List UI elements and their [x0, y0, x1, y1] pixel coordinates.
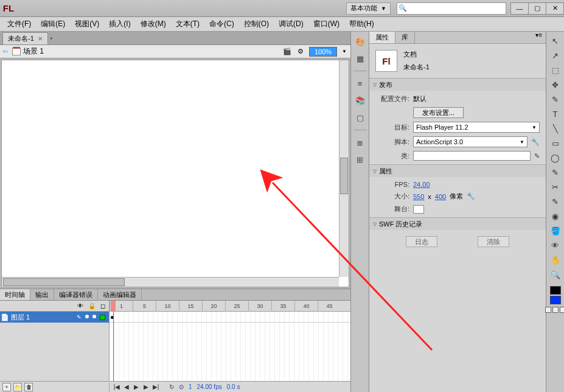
next-frame-button[interactable]: ▶	[142, 383, 150, 390]
tab-motion-editor[interactable]: 动画编辑器	[98, 289, 142, 300]
fill-color-swatch[interactable]	[550, 296, 561, 304]
vertical-scrollbar[interactable]	[339, 60, 349, 277]
tab-library[interactable]: 库	[395, 32, 415, 43]
loop-icon[interactable]: ↻	[169, 383, 174, 390]
menu-window[interactable]: 窗口(W)	[308, 18, 344, 30]
eye-icon[interactable]: 👁	[77, 303, 83, 309]
menu-insert[interactable]: 插入(I)	[104, 18, 135, 30]
hand-tool-icon[interactable]: ✋	[548, 253, 563, 267]
wrench-icon[interactable]: 🔧	[531, 138, 540, 146]
swf-log-button[interactable]: 日志	[406, 236, 437, 247]
publish-settings-button[interactable]: 发布设置...	[413, 107, 464, 118]
back-arrow-icon[interactable]: ⇦	[2, 47, 12, 55]
new-folder-button[interactable]: 📁	[13, 383, 22, 391]
workspace-switcher[interactable]: 基本功能 ▼	[346, 2, 391, 15]
stage-canvas[interactable]	[1, 60, 349, 287]
layer-lock-dot[interactable]	[92, 315, 96, 318]
horizontal-scrollbar[interactable]	[2, 277, 339, 287]
play-button[interactable]: ▶	[133, 383, 140, 390]
zoom-field[interactable]: 100%	[309, 47, 337, 57]
bone-tool-icon[interactable]: ◉	[548, 209, 563, 223]
search-input[interactable]	[408, 5, 506, 12]
tab-timeline[interactable]: 时间轴	[0, 289, 30, 300]
zoom-dropdown-icon[interactable]: ▼	[341, 49, 348, 54]
section-swf-header[interactable]: ▽ SWF 历史记录	[369, 218, 546, 230]
first-frame-button[interactable]: |◀	[113, 383, 120, 390]
minimize-button[interactable]: —	[510, 2, 529, 15]
eyedropper-tool-icon[interactable]: 👁	[548, 239, 563, 252]
library-panel-icon[interactable]: 📚	[354, 94, 366, 107]
free-transform-tool-icon[interactable]: ⬚	[548, 63, 563, 77]
delete-layer-button[interactable]: 🗑	[24, 383, 33, 391]
class-input[interactable]	[413, 151, 531, 161]
components-panel-icon[interactable]: ≣	[354, 136, 366, 149]
maximize-button[interactable]: ▢	[528, 2, 546, 15]
align-panel-icon[interactable]: ▦	[354, 52, 366, 65]
edit-symbol-icon[interactable]: ⚙	[296, 47, 305, 57]
lock-icon[interactable]: 🔒	[88, 303, 96, 309]
layer-visibility-dot[interactable]	[85, 315, 89, 318]
keyframe[interactable]	[111, 313, 114, 321]
text-tool-icon[interactable]: T	[548, 107, 563, 121]
wrench-icon[interactable]: 🔧	[467, 192, 475, 200]
menu-help[interactable]: 帮助(H)	[344, 18, 379, 30]
menu-command[interactable]: 命令(C)	[204, 18, 239, 30]
selection-tool-icon[interactable]: ↖	[548, 34, 563, 47]
new-layer-button[interactable]: +	[2, 383, 11, 391]
line-tool-icon[interactable]: ╲	[548, 122, 563, 135]
frame-rate[interactable]: 24.00 fps	[197, 383, 222, 390]
width-value[interactable]: 550	[413, 193, 424, 200]
pen-tool-icon[interactable]: ✎	[548, 93, 563, 106]
playhead[interactable]	[111, 301, 116, 311]
menu-text[interactable]: 文本(T)	[171, 18, 204, 30]
close-button[interactable]: ✕	[546, 2, 564, 15]
tab-output[interactable]: 输出	[30, 289, 54, 300]
fps-value[interactable]: 24.00	[413, 181, 430, 188]
info-panel-icon[interactable]: ≡	[354, 77, 366, 89]
paint-bucket-tool-icon[interactable]: 🪣	[548, 224, 563, 237]
pencil-tool-icon[interactable]: ✎	[548, 166, 563, 179]
help-search[interactable]: 🔍	[397, 2, 506, 15]
menu-file[interactable]: 文件(F)	[2, 18, 36, 30]
close-icon[interactable]: ✕	[38, 35, 43, 42]
doc-tab-active[interactable]: 未命名-1 ✕	[2, 32, 48, 44]
lasso-tool-icon[interactable]: ✥	[548, 78, 563, 91]
menu-edit[interactable]: 编辑(E)	[36, 18, 70, 30]
transform-panel-icon[interactable]: ▢	[354, 111, 366, 124]
menu-control[interactable]: 控制(O)	[239, 18, 274, 30]
target-combo[interactable]: Flash Player 11.2 ▼	[413, 122, 540, 133]
oval-tool-icon[interactable]: ◯	[548, 151, 563, 164]
swf-clear-button[interactable]: 清除	[478, 236, 509, 247]
section-publish-header[interactable]: ▽ 发布	[369, 79, 546, 91]
menu-modify[interactable]: 修改(M)	[136, 18, 171, 30]
frame-row[interactable]	[110, 312, 350, 323]
zoom-tool-icon[interactable]: 🔍	[548, 268, 563, 281]
script-combo[interactable]: ActionScript 3.0 ▼	[413, 136, 527, 147]
bw-swap-icon[interactable]	[545, 307, 551, 313]
tab-compiler-errors[interactable]: 编译器错误	[54, 289, 98, 300]
menu-debug[interactable]: 调试(D)	[274, 18, 308, 30]
prev-frame-button[interactable]: ◀	[123, 383, 130, 390]
panel-menu-icon[interactable]: ▾≡	[532, 32, 546, 43]
menu-view[interactable]: 视图(V)	[70, 18, 104, 30]
edit-scene-icon[interactable]: 🎬	[282, 47, 292, 57]
tab-menu-icon[interactable]: ▸	[50, 35, 53, 41]
layer-name[interactable]: 图层 1	[10, 313, 77, 322]
section-properties-header[interactable]: ▽ 属性	[369, 165, 546, 177]
deco-tool-icon[interactable]: ✎	[548, 195, 563, 208]
tab-properties[interactable]: 属性	[369, 32, 395, 43]
current-frame[interactable]: 1	[189, 383, 192, 390]
frame-ruler[interactable]: 1 5 10 15 20 25 30 35 40 45	[110, 301, 350, 311]
brush-tool-icon[interactable]: ✂	[548, 180, 563, 194]
no-color-icon[interactable]	[552, 307, 559, 313]
stage-color-swatch[interactable]	[413, 205, 424, 214]
frame-area[interactable]	[110, 312, 350, 381]
rectangle-tool-icon[interactable]: ▭	[548, 136, 563, 150]
stroke-color-swatch[interactable]	[550, 286, 561, 295]
swap-colors-icon[interactable]	[560, 307, 565, 313]
subselection-tool-icon[interactable]: ↗	[548, 49, 563, 62]
pencil-icon[interactable]: ✎	[534, 152, 540, 160]
outline-icon[interactable]: ◻	[100, 303, 105, 309]
layer-row[interactable]: 📄 图层 1 ✎	[0, 312, 109, 323]
last-frame-button[interactable]: ▶|	[152, 383, 159, 390]
